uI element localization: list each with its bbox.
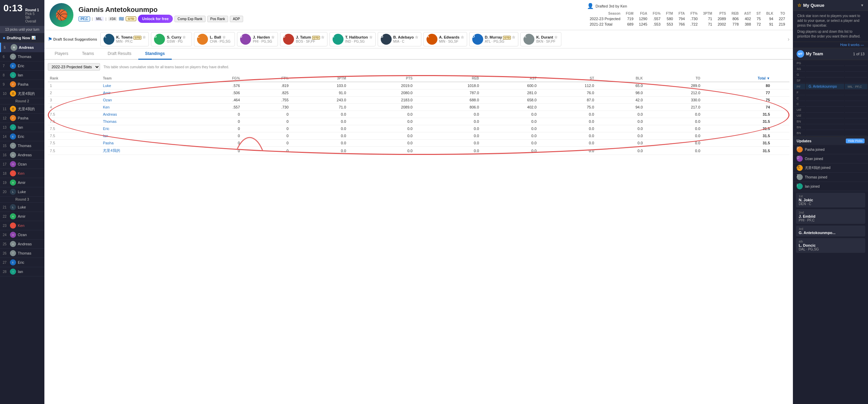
pick-item[interactable]: 28 I Ian (0, 267, 44, 276)
col-total[interactable]: Total ▼ (702, 75, 772, 82)
standings-row: 7.5Andreas000.00.00.00.00.00.00.031.5 (48, 111, 789, 118)
tabs-nav: Players Teams Draft Results Standings (44, 48, 793, 60)
pick-number: 15 (3, 144, 8, 148)
pick-item[interactable]: 14 E Eric (0, 132, 44, 141)
col-to[interactable]: TO (645, 75, 702, 82)
scout-player-name: S. Curry ☆ (167, 35, 186, 40)
pick-name: Eric (18, 260, 24, 264)
drafting-now-icon: ● (3, 35, 5, 40)
col-3ptm[interactable]: 3PTM (291, 75, 348, 82)
col-fg[interactable]: FG% (191, 75, 242, 82)
pick-number: 17 (3, 162, 8, 166)
tab-standings[interactable]: Standings (138, 48, 172, 60)
pick-item[interactable]: 15 T Thomas (0, 141, 44, 150)
season-select[interactable]: 2022-23 Projected Stats (48, 63, 100, 71)
current-pick-item[interactable]: 5 A Andreas (0, 43, 44, 52)
col-pts[interactable]: PTS (348, 75, 415, 82)
queue-dropdown-icon[interactable]: ▼ (860, 3, 864, 7)
standings-row: 2Amir.506.82591.02080.0787.0281.076.098.… (48, 89, 789, 97)
pick-item[interactable]: 16 A Andreas (0, 150, 44, 160)
tab-draft-results[interactable]: Draft Results (101, 48, 138, 60)
standings-cell: 尤里4我的 (101, 147, 191, 155)
standings-row: 7.5Thomas000.00.00.00.00.00.00.031.5 (48, 118, 789, 125)
left-sidebar: 0:13 Round 1 Pick 5 5th Overall 13 picks… (0, 0, 44, 404)
col-team[interactable]: Team (101, 75, 191, 82)
pick-item[interactable]: 6 T Thomas (0, 52, 44, 61)
pick-item[interactable]: 22 A Amir (0, 212, 44, 221)
update-item: P Pasha joined (793, 145, 868, 154)
standings-cell (772, 89, 789, 97)
pick-item[interactable]: 18 K Ken (0, 169, 44, 178)
pick-item[interactable]: 10 尤 尤里4我的 (0, 89, 44, 98)
stat-cell: 689 (623, 21, 636, 27)
scout-player-item[interactable]: J J. Tatum GTD ☆ BOS · SF,PF (280, 32, 327, 46)
pick-item[interactable]: 9 P Pasha (0, 80, 44, 89)
pick-item[interactable]: 8 I Ian (0, 71, 44, 80)
pick-item[interactable]: 17 O Ozan (0, 160, 44, 169)
scout-player-name: A. Edwards ☆ (439, 35, 464, 40)
how-it-works-link[interactable]: How it works — (793, 42, 868, 48)
pick-item[interactable]: 26 T Thomas (0, 249, 44, 258)
pick-item[interactable]: 23 K Ken (0, 221, 44, 230)
tab-teams[interactable]: Teams (75, 48, 101, 60)
stat-header-3ptm: 3PTM (700, 11, 715, 16)
current-picker-name: Andreas (19, 45, 34, 49)
scout-player-item[interactable]: A A. Edwards ☆ MIN · SG,SF (423, 32, 467, 46)
standings-row: 7.5Pasha000.00.00.00.00.00.00.031.5 (48, 140, 789, 147)
adp-button[interactable]: ADP (230, 16, 243, 22)
col-st[interactable]: ST (538, 75, 596, 82)
pick-item[interactable]: 27 E Eric (0, 258, 44, 267)
pick-item[interactable]: 7 E Eric (0, 61, 44, 71)
pick-item[interactable]: 11 尤 尤里4我的 (0, 104, 44, 114)
pick-item[interactable]: 12 P Pasha (0, 114, 44, 123)
scout-player-item[interactable]: S S. Curry ☆ GSW · PG (151, 32, 192, 46)
scout-player-info: T. Haliburton ☆ IND · PG,SG (345, 35, 373, 43)
scout-player-item[interactable]: L L. Ball ☆ CHA · PG,SG (194, 32, 235, 46)
standings-cell: 2089.0 (348, 104, 415, 111)
scout-player-name: D. Murray GTD ☆ (485, 35, 516, 40)
scout-player-item[interactable]: J J. Harden ☆ PHI · PG,SG (237, 32, 278, 46)
stat-cell: 72 (754, 21, 764, 27)
pick-item[interactable]: 21 L Luke (0, 203, 44, 212)
pick-item[interactable]: 25 A Andreas (0, 240, 44, 249)
roster-pos: PF (794, 84, 805, 89)
standings-cell: 0.0 (481, 132, 539, 140)
scout-right-arrow[interactable]: › (788, 36, 789, 42)
roster-pos: BN (794, 125, 805, 130)
pick-item[interactable]: 20 L Luke (0, 187, 44, 197)
unlock-button[interactable]: Unlock for free (138, 15, 173, 23)
pick-number: 9 (3, 83, 8, 86)
standings-cell: 0 (242, 140, 291, 147)
col-reb[interactable]: REB (415, 75, 481, 82)
col-ft[interactable]: FT% (242, 75, 291, 82)
roster-row: BN (794, 131, 867, 136)
pick-number: 28 (3, 270, 8, 274)
my-team-label: My Team (806, 52, 823, 56)
col-ast[interactable]: AST (481, 75, 539, 82)
scout-player-item[interactable]: T T. Haliburton ☆ IND · PG,SG (330, 32, 376, 46)
scout-player-item[interactable]: K K. Towns GTD ☆ MIN · PF,C (100, 32, 149, 46)
pick-number: 25 (3, 242, 8, 246)
drafted-info-container: 👤 Drafted 3rd by Ken Season FGM FGA FG% … (587, 3, 788, 27)
pick-item[interactable]: 24 O Ozan (0, 230, 44, 240)
stat-header-ftm: FTM (663, 11, 676, 16)
pick-item[interactable]: 13 I Ian (0, 123, 44, 132)
pick-item[interactable]: 19 A Amir (0, 178, 44, 187)
page-of: of (856, 52, 860, 56)
stat-cell: 402 (741, 16, 754, 21)
standings-cell: 806.0 (415, 104, 481, 111)
stat-cell: 794 (676, 16, 688, 21)
pos-rank-button[interactable]: Pos Rank (207, 16, 228, 22)
comp-exp-button[interactable]: Comp Exp Rank (174, 16, 206, 22)
col-rank[interactable]: Rank (48, 75, 101, 82)
tab-players[interactable]: Players (48, 48, 75, 60)
page-indicator: 1 of 13 (853, 52, 865, 56)
scout-player-item[interactable]: K K. Durant ☆ BKN · SF,PF (520, 32, 561, 46)
hide-picks-button[interactable]: Hide Picks (846, 139, 865, 143)
scout-player-item[interactable]: D D. Murray GTD ☆ ATL · PG,SG (469, 32, 519, 46)
scout-player-item[interactable]: B B. Adebayo ☆ MIA · C (378, 32, 421, 46)
standings-cell: 658.0 (481, 97, 539, 104)
col-blk[interactable]: BLK (596, 75, 645, 82)
standings-cell: 1018.0 (415, 82, 481, 89)
stat-cell: 219 (776, 21, 788, 27)
